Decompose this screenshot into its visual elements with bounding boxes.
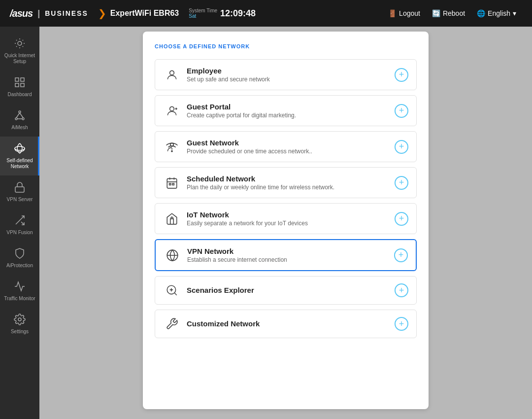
system-time-label: System Time [189, 8, 217, 13]
iot-network-desc: Easily separate a network for your IoT d… [187, 220, 395, 227]
network-item-scheduled-network[interactable]: Scheduled Network Plan the daily or week… [155, 167, 417, 198]
customized-network-text: Customized Network [187, 319, 395, 329]
svg-point-18 [171, 150, 172, 151]
brand-separator: | [37, 8, 40, 19]
svg-rect-24 [169, 183, 171, 185]
svg-rect-3 [15, 83, 19, 87]
guest-portal-name: Guest Portal [187, 103, 395, 111]
language-button[interactable]: 🌐 English ▾ [471, 6, 522, 20]
employee-name: Employee [187, 67, 395, 75]
employee-text: Employee Set up safe and secure network [187, 67, 395, 83]
panel-wrapper: CHOOSE A DEFINED NETWORK Employee Set up… [39, 27, 532, 419]
vpn-network-add-button[interactable]: + [394, 248, 408, 262]
guest-network-name: Guest Network [187, 139, 395, 147]
logout-label: Logout [399, 9, 420, 17]
system-time-day: Sat [189, 13, 217, 19]
svg-line-9 [20, 113, 23, 118]
header: /asus | BUSINESS ❯ ExpertWiFi EBR63 Syst… [0, 0, 532, 27]
network-item-iot-network[interactable]: IoT Network Easily separate a network fo… [155, 203, 417, 234]
sidebar-item-settings[interactable]: Settings [0, 308, 39, 341]
sidebar-item-traffic-monitor[interactable]: Traffic Monitor [0, 275, 39, 308]
svg-point-16 [170, 70, 174, 75]
logout-button[interactable]: 🚪 Logout [382, 6, 426, 20]
vpn-fusion-icon [14, 214, 26, 228]
svg-point-6 [15, 118, 17, 120]
iot-network-name: IoT Network [187, 210, 395, 219]
network-item-scenarios-explorer[interactable]: Scenarios Explorer + [155, 276, 417, 305]
reboot-button[interactable]: 🔄 Reboot [426, 6, 471, 20]
svg-point-7 [22, 118, 24, 120]
business-text: BUSINESS [45, 9, 88, 17]
sidebar-item-aiprotection[interactable]: AiProtection [0, 242, 39, 275]
chevron-icon: ❯ [98, 7, 106, 19]
vpn-network-icon [164, 249, 181, 262]
guest-portal-icon [163, 105, 181, 117]
quick-internet-icon [14, 37, 26, 51]
scenarios-explorer-text: Scenarios Explorer [187, 286, 395, 295]
traffic-monitor-icon [14, 280, 26, 294]
network-item-guest-network[interactable]: Guest Network Provide scheduled or one t… [155, 131, 417, 162]
svg-rect-1 [15, 78, 19, 81]
employee-add-button[interactable]: + [395, 68, 408, 82]
guest-network-add-button[interactable]: + [395, 140, 408, 154]
guest-portal-add-button[interactable]: + [395, 104, 408, 118]
iot-network-icon [163, 212, 181, 225]
brand-logo: /asus | BUSINESS [10, 8, 88, 19]
content-area: CHOOSE A DEFINED NETWORK Employee Set up… [39, 27, 532, 419]
globe-icon: 🌐 [477, 9, 485, 17]
svg-point-15 [18, 318, 21, 321]
scheduled-network-name: Scheduled Network [187, 175, 395, 183]
customized-network-add-button[interactable]: + [395, 317, 408, 331]
network-item-vpn-network[interactable]: VPN Network Establish a secure internet … [155, 239, 417, 271]
vpn-network-desc: Establish a secure internet connection [187, 256, 394, 263]
sidebar-settings-label: Settings [11, 329, 29, 335]
sidebar-vpn-fusion-label: VPN Fusion [6, 230, 33, 236]
sidebar-self-defined-label: Self-defined Network [2, 158, 37, 170]
network-item-guest-portal[interactable]: Guest Portal Create captive portal for d… [155, 95, 417, 126]
sidebar-quick-internet-label: Quick Internet Setup [2, 53, 37, 65]
sidebar-item-self-defined-network[interactable]: Self-defined Network [0, 137, 39, 175]
vpn-network-text: VPN Network Establish a secure internet … [187, 247, 394, 263]
guest-network-desc: Provide scheduled or one time access net… [187, 148, 395, 155]
self-defined-network-icon [14, 142, 26, 156]
svg-rect-20 [167, 178, 177, 188]
reboot-label: Reboot [443, 9, 465, 17]
settings-icon [14, 314, 26, 327]
logout-icon: 🚪 [388, 9, 397, 17]
router-model: ExpertWiFi EBR63 [110, 9, 179, 18]
sidebar-aimesh-label: AiMesh [11, 125, 28, 131]
vpn-server-icon [14, 181, 26, 195]
svg-rect-2 [21, 78, 24, 81]
scheduled-network-add-button[interactable]: + [395, 176, 408, 190]
scenarios-explorer-name: Scenarios Explorer [187, 286, 395, 294]
iot-network-text: IoT Network Easily separate a network fo… [187, 210, 395, 227]
scheduled-network-icon [163, 176, 181, 189]
svg-rect-25 [172, 183, 174, 185]
asus-logo-text: /asus [10, 8, 33, 19]
language-label: English [488, 9, 510, 17]
sidebar-item-dashboard[interactable]: Dashboard [0, 70, 39, 104]
scenarios-explorer-add-button[interactable]: + [395, 283, 408, 297]
scheduled-network-text: Scheduled Network Plan the daily or week… [187, 175, 395, 191]
sidebar-dashboard-label: Dashboard [8, 92, 32, 98]
svg-line-8 [16, 113, 20, 118]
sidebar-item-vpn-server[interactable]: VPN Server [0, 175, 39, 209]
chevron-down-icon: ▾ [513, 9, 516, 17]
sidebar-item-aimesh[interactable]: AiMesh [0, 104, 39, 137]
svg-line-29 [174, 293, 177, 295]
sidebar-traffic-monitor-label: Traffic Monitor [4, 296, 35, 302]
iot-network-add-button[interactable]: + [395, 212, 408, 226]
sidebar-item-vpn-fusion[interactable]: VPN Fusion [0, 209, 39, 242]
sidebar-item-quick-internet[interactable]: Quick Internet Setup [0, 32, 39, 70]
sidebar-vpn-server-label: VPN Server [7, 197, 33, 203]
guest-portal-desc: Create captive portal for digital market… [187, 112, 395, 119]
svg-point-0 [18, 41, 22, 45]
guest-portal-text: Guest Portal Create captive portal for d… [187, 103, 395, 119]
employee-desc: Set up safe and secure network [187, 76, 395, 83]
network-item-employee[interactable]: Employee Set up safe and secure network … [155, 59, 417, 90]
dashboard-icon [14, 76, 26, 90]
panel: CHOOSE A DEFINED NETWORK Employee Set up… [143, 32, 429, 409]
customized-network-icon [163, 317, 181, 330]
guest-network-text: Guest Network Provide scheduled or one t… [187, 139, 395, 155]
network-item-customized-network[interactable]: Customized Network + [155, 310, 417, 338]
